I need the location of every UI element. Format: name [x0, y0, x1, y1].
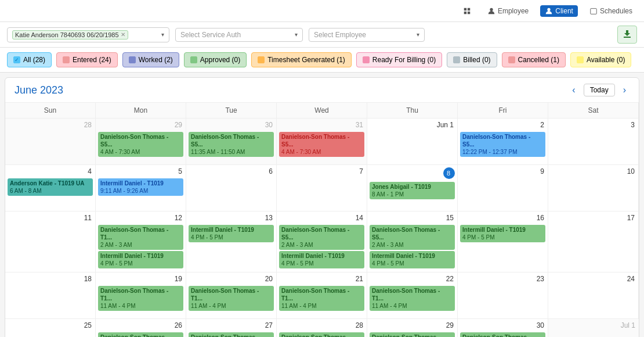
today-btn[interactable]: Today — [584, 84, 615, 96]
nav-client-btn[interactable]: Client — [540, 5, 578, 17]
client-chevron: ▾ — [161, 31, 164, 38]
status-btn-ready_for_billing[interactable]: Ready For Billing (0) — [356, 52, 442, 67]
event-3-3-0[interactable]: Danielson-Son Thomas - T1...11 AM - 4 PM — [279, 286, 364, 311]
cal-cell-0-0[interactable]: 28 — [5, 119, 96, 165]
cal-cell-4-3[interactable]: 28Danielson-Son Thomas - T1...11 AM - 4 … — [277, 319, 367, 337]
status-label-all: All (28) — [23, 56, 45, 64]
event-1-1-0[interactable]: Intermill Daniel - T10199:11 AM - 9:26 A… — [98, 178, 183, 196]
cal-cell-3-4[interactable]: 22Danielson-Son Thomas - T1...11 AM - 4 … — [367, 273, 458, 319]
nav-schedules-btn[interactable]: Schedules — [585, 5, 637, 17]
cal-cell-2-3[interactable]: 14Danielson-Son Thomas - S5...2 AM - 3 A… — [277, 211, 367, 273]
top-nav: Employee Client Schedules — [0, 0, 644, 22]
status-btn-entered[interactable]: Entered (24) — [56, 52, 118, 67]
cal-cell-1-2[interactable]: 6 — [186, 165, 277, 211]
nav-employee-btn[interactable]: Employee — [483, 5, 533, 17]
cal-cell-0-2[interactable]: 30Danielson-Son Thomas - S5...11:35 AM -… — [186, 119, 277, 165]
cal-cell-2-1[interactable]: 12Danielson-Son Thomas - T1...2 AM - 3 A… — [96, 211, 186, 273]
day-num-1-5: 9 — [540, 167, 545, 175]
event-2-2-0[interactable]: Intermill Daniel - T10194 PM - 5 PM — [189, 225, 274, 242]
event-4-2-0[interactable]: Danielson-Son Thomas - T1...11 AM - 4 PM — [189, 332, 274, 337]
cal-cell-4-6[interactable]: Jul 1 — [548, 319, 639, 337]
event-2-1-0[interactable]: Danielson-Son Thomas - T1...2 AM - 3 AM — [98, 225, 183, 250]
cal-cell-4-0[interactable]: 25 — [5, 319, 96, 337]
cal-cell-3-3[interactable]: 21Danielson-Son Thomas - T1...11 AM - 4 … — [277, 273, 367, 319]
cal-cell-1-4[interactable]: 8Jones Abigail - T10198 AM - 1 PM — [367, 165, 458, 211]
event-2-5-0[interactable]: Intermill Daniel - T10194 PM - 5 PM — [460, 225, 545, 242]
cal-cell-1-6[interactable]: 10 — [548, 165, 639, 211]
cal-cell-3-6[interactable]: 24 — [548, 273, 639, 319]
cal-cell-2-0[interactable]: 11 — [5, 211, 96, 273]
event-4-4-0[interactable]: Danielson-Son Thomas - T1...11 AM - 4 PM — [370, 332, 455, 337]
cal-cell-0-6[interactable]: 3 — [548, 119, 639, 165]
prev-month-btn[interactable]: ‹ — [569, 84, 578, 96]
nav-employee-label: Employee — [498, 7, 529, 15]
employee-filter[interactable]: Select Employee ▾ — [309, 28, 425, 42]
status-btn-worked[interactable]: Worked (2) — [122, 52, 179, 67]
client-filter[interactable]: Katie Anderson 7840693 06/20/1985 ✕ ▾ — [7, 27, 169, 42]
cal-cell-4-5[interactable]: 30Danielson-Son Thomas - T1...11 AM - 4 … — [458, 319, 548, 337]
nav-icon-btn[interactable] — [458, 5, 476, 17]
day-num-4-3: 28 — [356, 321, 364, 329]
status-btn-billed[interactable]: Billed (0) — [447, 52, 497, 67]
event-3-2-0[interactable]: Danielson-Son Thomas - T1...11 AM - 4 PM — [189, 286, 274, 311]
cal-cell-4-4[interactable]: 29Danielson-Son Thomas - T1...11 AM - 4 … — [367, 319, 458, 337]
calendar-grid: SunMonTueWedThuFriSat2829Danielson-Son T… — [5, 103, 639, 337]
event-2-4-0[interactable]: Danielson-Son Thomas - S5...2 AM - 3 AM — [370, 225, 455, 250]
event-0-1-0[interactable]: Danielson-Son Thomas - S5...4 AM - 7:30 … — [98, 132, 183, 157]
event-0-3-0[interactable]: Danielson-Son Thomas - S5...4 AM - 7:30 … — [279, 132, 364, 157]
svg-point-4 — [490, 8, 493, 10]
cal-cell-1-1[interactable]: 5Intermill Daniel - T10199:11 AM - 9:26 … — [96, 165, 186, 211]
status-btn-timesheet_generated[interactable]: Timesheet Generated (1) — [251, 52, 352, 67]
event-2-3-0[interactable]: Danielson-Son Thomas - S5...2 AM - 3 AM — [279, 225, 364, 250]
event-2-3-1[interactable]: Intermill Daniel - T10194 PM - 5 PM — [279, 251, 364, 268]
status-label-cancelled: Cancelled (1) — [518, 56, 559, 64]
cal-cell-0-4[interactable]: Jun 1 — [367, 119, 458, 165]
svg-rect-7 — [624, 37, 631, 38]
svg-rect-0 — [464, 8, 466, 10]
cal-cell-3-5[interactable]: 23 — [458, 273, 548, 319]
cal-cell-2-6[interactable]: 17 — [548, 211, 639, 273]
event-1-4-0[interactable]: Jones Abigail - T10198 AM - 1 PM — [370, 182, 455, 199]
cal-cell-3-1[interactable]: 19Danielson-Son Thomas - T1...11 AM - 4 … — [96, 273, 186, 319]
status-btn-all[interactable]: ✓All (28) — [7, 52, 52, 67]
cal-cell-3-2[interactable]: 20Danielson-Son Thomas - T1...11 AM - 4 … — [186, 273, 277, 319]
status-btn-approved[interactable]: Approved (0) — [184, 52, 247, 67]
event-2-1-1[interactable]: Intermill Daniel - T10194 PM - 5 PM — [98, 251, 183, 268]
client-tag-close[interactable]: ✕ — [121, 31, 125, 38]
status-dot-all: ✓ — [13, 56, 20, 63]
service-auth-filter[interactable]: Select Service Auth ▾ — [175, 28, 303, 42]
cal-cell-0-5[interactable]: 2Danielson-Son Thomas - S5...12:22 PM - … — [458, 119, 548, 165]
event-2-4-1[interactable]: Intermill Daniel - T10194 PM - 5 PM — [370, 251, 455, 268]
cal-cell-3-0[interactable]: 18 — [5, 273, 96, 319]
event-0-5-0[interactable]: Danielson-Son Thomas - S5...12:22 PM - 1… — [460, 132, 545, 157]
event-4-1-0[interactable]: Danielson-Son Thomas - T1...11 AM - 4 PM — [98, 332, 183, 337]
cal-cell-0-3[interactable]: 31Danielson-Son Thomas - S5...4 AM - 7:3… — [277, 119, 367, 165]
event-4-3-0[interactable]: Danielson-Son Thomas - T1...11 AM - 4 PM — [279, 332, 364, 337]
event-3-4-0[interactable]: Danielson-Son Thomas - T1...11 AM - 4 PM — [370, 286, 455, 311]
cal-cell-4-1[interactable]: 26Danielson-Son Thomas - T1...11 AM - 4 … — [96, 319, 186, 337]
cal-cell-1-0[interactable]: 4Anderson Katie - T1019 UA6 AM - 8 AM — [5, 165, 96, 211]
cal-cell-2-2[interactable]: 13Intermill Daniel - T10194 PM - 5 PM — [186, 211, 277, 273]
event-4-5-0[interactable]: Danielson-Son Thomas - T1...11 AM - 4 PM — [460, 332, 545, 337]
cal-cell-4-2[interactable]: 27Danielson-Son Thomas - T1...11 AM - 4 … — [186, 319, 277, 337]
cal-cell-1-3[interactable]: 7 — [277, 165, 367, 211]
next-month-btn[interactable]: › — [620, 84, 629, 96]
nav-client-label: Client — [555, 7, 573, 15]
event-1-0-0[interactable]: Anderson Katie - T1019 UA6 AM - 8 AM — [8, 178, 93, 196]
cal-cell-2-4[interactable]: 15Danielson-Son Thomas - S5...2 AM - 3 A… — [367, 211, 458, 273]
svg-rect-2 — [464, 11, 466, 13]
day-num-0-5: 2 — [540, 121, 545, 129]
event-0-2-0[interactable]: Danielson-Son Thomas - S5...11:35 AM - 1… — [189, 132, 274, 157]
cal-cell-2-5[interactable]: 16Intermill Daniel - T10194 PM - 5 PM — [458, 211, 548, 273]
service-auth-placeholder: Select Service Auth — [180, 31, 241, 39]
event-3-1-0[interactable]: Danielson-Son Thomas - T1...11 AM - 4 PM — [98, 286, 183, 311]
day-num-2-2: 13 — [265, 214, 274, 222]
cal-cell-0-1[interactable]: 29Danielson-Son Thomas - S5...4 AM - 7:3… — [96, 119, 186, 165]
day-num-3-3: 21 — [356, 275, 364, 283]
cal-cell-1-5[interactable]: 9 — [458, 165, 548, 211]
download-button[interactable] — [617, 26, 637, 44]
status-btn-cancelled[interactable]: Cancelled (1) — [502, 52, 566, 67]
svg-rect-6 — [591, 8, 597, 14]
calendar-container: June 2023 ‹ Today › SunMonTueWedThuFriSa… — [5, 77, 639, 337]
status-btn-available[interactable]: Available (0) — [570, 52, 631, 67]
